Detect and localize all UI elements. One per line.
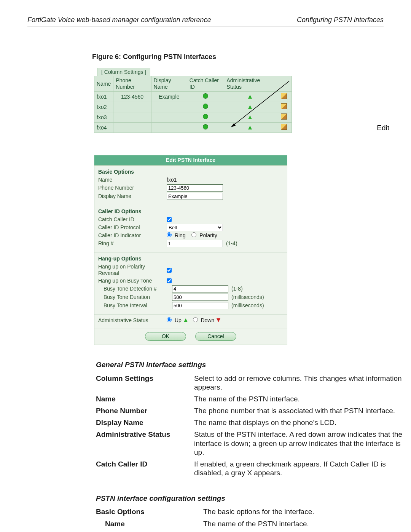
caller-id-indicator-label: Caller ID Indicator xyxy=(98,232,167,239)
ring-number-label: Ring # xyxy=(98,240,167,247)
ring-number-input[interactable] xyxy=(167,240,223,247)
arrow-up-icon xyxy=(248,126,252,129)
indicator-polarity-radio[interactable] xyxy=(191,232,196,237)
arrow-down-icon xyxy=(217,318,220,322)
def-desc: The name that displays on the phone's LC… xyxy=(194,417,408,428)
running-header-left: FortiGate Voice web-based manager config… xyxy=(27,16,211,24)
cancel-button[interactable]: Cancel xyxy=(195,332,236,341)
ok-button[interactable]: OK xyxy=(145,332,186,341)
busy-duration-input[interactable] xyxy=(172,294,228,301)
cell-name: fxo3 xyxy=(94,112,113,123)
col-display[interactable]: Display Name xyxy=(151,76,187,91)
catch-caller-id-checkbox[interactable] xyxy=(167,217,172,222)
admin-status-label: Administrative Status xyxy=(98,317,167,324)
busy-detection-input[interactable] xyxy=(172,285,228,292)
def-term: Name xyxy=(96,393,194,405)
caller-id-heading: Caller ID Options xyxy=(98,208,283,215)
display-name-input[interactable] xyxy=(167,193,223,200)
indicator-ring-label: Ring xyxy=(175,232,186,238)
table-row: fxo1 123-4560 Example xyxy=(94,92,292,102)
display-name-label: Display Name xyxy=(98,193,167,200)
def-desc: The basic options for the interface. xyxy=(203,506,408,518)
cell-name: fxo2 xyxy=(94,102,113,112)
edit-icon[interactable] xyxy=(281,113,287,120)
cell-display xyxy=(151,112,187,123)
config-settings-heading: PSTN interface configuration settings xyxy=(96,494,384,503)
def-desc: The phone number that is associated with… xyxy=(194,405,408,417)
cell-phone: 123-4560 xyxy=(113,92,151,102)
arrow-up-icon xyxy=(248,115,252,119)
cell-phone xyxy=(113,112,151,123)
def-desc: If enabled, a green checkmark appears. I… xyxy=(194,458,408,479)
phone-label: Phone Number xyxy=(98,185,167,191)
table-row: fxo3 xyxy=(94,112,292,123)
edit-pstn-panel: Edit PSTN Interface Basic Options Name f… xyxy=(94,155,287,345)
admin-status-up-radio[interactable] xyxy=(167,317,172,322)
def-desc: Select to add or remove columns. This ch… xyxy=(194,372,408,393)
def-term: Display Name xyxy=(96,417,194,428)
check-icon xyxy=(203,104,208,109)
busy-interval-hint: (milliseconds) xyxy=(231,302,264,309)
col-name[interactable]: Name xyxy=(94,76,113,91)
polarity-reversal-checkbox[interactable] xyxy=(167,268,172,273)
busy-tone-checkbox[interactable] xyxy=(167,278,172,283)
pstn-table: Name Phone Number Display Name Catch Cal… xyxy=(94,76,292,133)
arrow-up-icon xyxy=(184,318,188,322)
ring-range-hint: (1-4) xyxy=(226,240,237,247)
edit-icon[interactable] xyxy=(281,124,287,130)
admin-status-down-radio[interactable] xyxy=(193,317,198,322)
cell-display xyxy=(151,123,187,133)
cell-name: fxo4 xyxy=(94,123,113,133)
caller-id-protocol-select[interactable]: Bell xyxy=(167,224,223,231)
cell-display xyxy=(151,102,187,112)
busy-duration-label: Busy Tone Duration xyxy=(98,294,172,300)
col-catch[interactable]: Catch Caller ID xyxy=(187,76,224,91)
admin-status-down-label: Down xyxy=(201,317,214,323)
col-phone[interactable]: Phone Number xyxy=(113,76,151,91)
figure-caption: Figure 6: Configuring PSTN interfaces xyxy=(92,53,384,61)
cell-display: Example xyxy=(151,92,187,102)
def-desc: Status of the PSTN interface. A red down… xyxy=(194,428,408,458)
busy-detection-hint: (1-8) xyxy=(231,286,243,292)
catch-caller-id-label: Catch Caller ID xyxy=(98,216,167,223)
def-desc: Enter the phone number of the PSTN phone… xyxy=(203,530,408,532)
table-row: fxo4 xyxy=(94,123,292,133)
def-term: Phone Number xyxy=(96,405,194,417)
arrow-up-icon xyxy=(248,105,252,109)
general-settings-heading: General PSTN interface settings xyxy=(96,360,384,369)
table-row: fxo2 xyxy=(94,102,292,112)
polarity-reversal-label: Hang up on Polarity Reversal xyxy=(98,264,167,276)
edit-icon[interactable] xyxy=(281,93,287,99)
def-term: Basic Options xyxy=(96,506,203,518)
def-desc: The name of the PSTN interface. xyxy=(194,393,408,405)
def-desc: The name of the PSTN interface. xyxy=(203,518,408,530)
col-edit xyxy=(276,76,292,91)
callout-label-edit: Edit xyxy=(377,123,389,132)
edit-icon[interactable] xyxy=(281,103,287,109)
caller-id-protocol-label: Caller ID Protocol xyxy=(98,224,167,231)
busy-interval-input[interactable] xyxy=(172,302,228,309)
def-term: Administrative Status xyxy=(96,428,194,458)
running-header-right: Configuring PSTN interfaces xyxy=(297,16,384,24)
busy-detection-label: Busy Tone Detection # xyxy=(98,286,172,292)
check-icon xyxy=(203,114,208,119)
name-label: Name xyxy=(98,177,167,183)
col-admin[interactable]: Administrative Status xyxy=(224,76,276,91)
basic-options-heading: Basic Options xyxy=(98,169,283,175)
cell-name: fxo1 xyxy=(94,92,113,102)
hangup-options-heading: Hang-up Options xyxy=(98,256,283,262)
arrow-up-icon xyxy=(248,95,252,99)
indicator-polarity-label: Polarity xyxy=(199,232,217,238)
column-settings-tab[interactable]: [ Column Settings ] xyxy=(97,68,150,76)
def-term: Name xyxy=(96,518,203,530)
busy-tone-label: Hang up on Busy Tone xyxy=(98,278,167,284)
phone-input[interactable] xyxy=(167,184,223,192)
cell-phone xyxy=(113,123,151,133)
check-icon xyxy=(203,124,208,129)
cell-phone xyxy=(113,102,151,112)
indicator-ring-radio[interactable] xyxy=(167,232,172,237)
admin-status-up-label: Up xyxy=(175,317,182,323)
panel-title: Edit PSTN Interface xyxy=(94,155,287,165)
running-header: FortiGate Voice web-based manager config… xyxy=(27,16,384,27)
def-term: Column Settings xyxy=(96,372,194,393)
